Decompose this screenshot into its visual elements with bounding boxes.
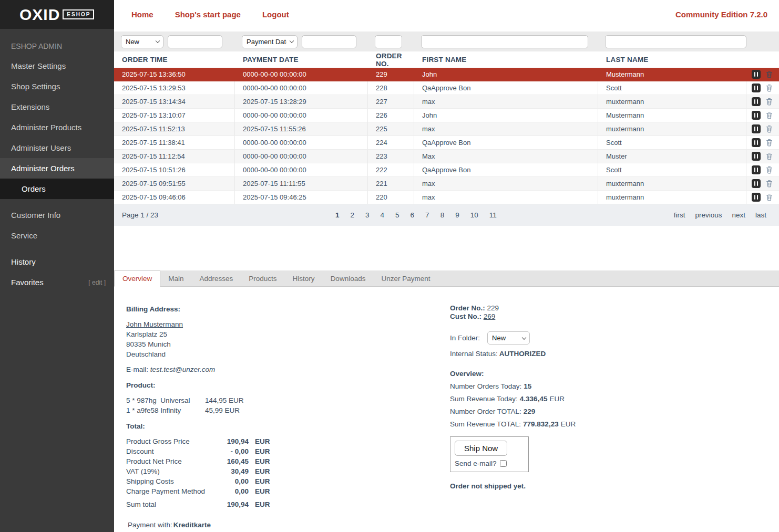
sidebar-item[interactable]: Shop Settings	[0, 76, 114, 97]
last-name-filter-input[interactable]	[605, 35, 746, 48]
pause-icon[interactable]	[752, 124, 761, 133]
tab[interactable]: History	[285, 270, 323, 286]
cell-first-name: max	[414, 95, 598, 108]
first-name-filter-input[interactable]	[421, 35, 588, 48]
overview-stat: Number Order TOTAL:229	[450, 406, 576, 416]
sidebar-item-label: Administer Orders	[11, 164, 75, 173]
cust-no-link[interactable]: 269	[484, 312, 496, 320]
topnav-link[interactable]: Logout	[262, 10, 289, 19]
column-header-last-name[interactable]: LAST NAME	[598, 56, 746, 64]
page-number-link[interactable]: 11	[489, 211, 497, 219]
pause-icon[interactable]	[752, 84, 761, 92]
pause-icon[interactable]	[752, 70, 761, 79]
trash-icon[interactable]	[765, 84, 773, 92]
column-header-first-name[interactable]: FIRST NAME	[414, 56, 598, 64]
stat-value: 779.832,23	[523, 420, 559, 428]
order-no-line: Order No.: 229	[450, 304, 576, 312]
send-email-row: Send e-mail?	[455, 458, 524, 468]
payment-date-filter-input[interactable]	[302, 35, 356, 48]
pause-icon[interactable]	[752, 179, 761, 188]
page-number-link[interactable]: 3	[365, 211, 370, 219]
tab[interactable]: Unzer Payment	[373, 270, 438, 286]
table-row[interactable]: 2025-07-15 09:46:06 2025-07-15 09:46:25 …	[114, 191, 779, 204]
page-number-link[interactable]: 8	[440, 211, 445, 219]
table-row[interactable]: 2025-07-15 13:36:50 0000-00-00 00:00:00 …	[114, 68, 779, 81]
table-row[interactable]: 2025-07-15 13:29:53 0000-00-00 00:00:00 …	[114, 81, 779, 95]
page-number-link[interactable]: 7	[425, 211, 429, 219]
trash-icon[interactable]	[765, 138, 773, 147]
row-actions	[746, 136, 779, 149]
table-row[interactable]: 2025-07-15 09:51:55 2025-07-15 11:11:55 …	[114, 177, 779, 191]
in-folder-select[interactable]: New	[487, 331, 530, 345]
billing-name-link[interactable]: John Mustermann	[126, 320, 183, 328]
tab[interactable]: Downloads	[323, 270, 374, 286]
cell-order-time: 2025-07-15 13:29:53	[114, 81, 235, 95]
tab[interactable]: Overview	[114, 270, 160, 287]
order-no-filter-input[interactable]	[375, 35, 402, 48]
table-row[interactable]: 2025-07-15 13:10:07 0000-00-00 00:00:00 …	[114, 109, 779, 122]
search-field-select[interactable]: Payment Date	[242, 35, 298, 48]
tab[interactable]: Main	[160, 270, 191, 286]
send-email-checkbox[interactable]	[500, 460, 507, 467]
table-row[interactable]: 2025-07-15 10:51:26 0000-00-00 00:00:00 …	[114, 163, 779, 177]
ship-now-button[interactable]: Ship Now	[455, 441, 507, 456]
send-email-label: Send e-mail?	[455, 458, 497, 468]
table-row[interactable]: 2025-07-15 11:52:13 2025-07-15 11:55:26 …	[114, 122, 779, 136]
trash-icon[interactable]	[765, 165, 773, 174]
page-number-link[interactable]: 5	[395, 211, 399, 219]
sidebar-item[interactable]: Master Settings	[0, 56, 114, 76]
sidebar-item[interactable]: History	[0, 252, 114, 272]
trash-icon[interactable]	[765, 152, 773, 161]
pause-icon[interactable]	[752, 138, 761, 147]
topnav-link[interactable]: Shop's start page	[175, 10, 241, 19]
sidebar-item[interactable]: Administer Orders	[0, 158, 114, 179]
sidebar-item[interactable]: Service	[0, 225, 114, 246]
pause-icon[interactable]	[752, 165, 761, 174]
folder-select[interactable]: New	[121, 35, 163, 48]
topnav-link[interactable]: Home	[131, 10, 153, 19]
tab[interactable]: Products	[241, 270, 284, 286]
order-time-filter-input[interactable]	[168, 35, 222, 48]
sidebar-item[interactable]: Extensions	[0, 97, 114, 117]
column-header-order-time[interactable]: ORDER TIME	[114, 56, 235, 64]
trash-icon[interactable]	[765, 124, 773, 133]
page-number-link[interactable]: 9	[455, 211, 459, 219]
table-row[interactable]: 2025-07-15 13:14:34 2025-07-15 13:28:29 …	[114, 95, 779, 109]
column-header-order-no[interactable]: ORDER NO.	[368, 52, 414, 68]
trash-icon[interactable]	[765, 70, 773, 79]
page-number-link[interactable]: 1	[335, 211, 340, 219]
sidebar-item[interactable]: Administer Users	[0, 138, 114, 158]
table-row[interactable]: 2025-07-15 11:38:41 0000-00-00 00:00:00 …	[114, 136, 779, 150]
trash-icon[interactable]	[765, 179, 773, 188]
pager-nav-link[interactable]: first	[674, 211, 685, 219]
pager-nav-link[interactable]: last	[755, 211, 766, 219]
column-header-payment-date[interactable]: PAYMENT DATE	[235, 56, 368, 64]
page-number-link[interactable]: 6	[411, 211, 415, 219]
trash-icon[interactable]	[765, 193, 773, 202]
tab[interactable]: Addresses	[192, 270, 241, 286]
sidebar: OXID ESHOP ESHOP ADMIN Master Settings S…	[0, 0, 114, 532]
trash-icon[interactable]	[765, 111, 773, 120]
pager-nav-link[interactable]: next	[732, 211, 745, 219]
pause-icon[interactable]	[752, 111, 761, 120]
sidebar-item[interactable]: Favorites [ edit ]	[0, 272, 114, 293]
pause-icon[interactable]	[752, 193, 761, 202]
pause-icon[interactable]	[752, 97, 761, 106]
page-number-link[interactable]: 4	[381, 211, 385, 219]
page-number-link[interactable]: 10	[470, 211, 478, 219]
row-actions	[746, 150, 779, 163]
sidebar-item[interactable]: Orders	[0, 179, 114, 199]
pager-nav-link[interactable]: previous	[695, 211, 722, 219]
cell-first-name: John	[414, 68, 598, 81]
sidebar-item-edit-link[interactable]: [ edit ]	[88, 279, 106, 286]
page-number-link[interactable]: 2	[351, 211, 355, 219]
pause-icon[interactable]	[752, 152, 761, 161]
email-line: E-mail: test.test@unzer.com	[126, 364, 336, 374]
sidebar-item[interactable]: Administer Products	[0, 117, 114, 138]
sidebar-item[interactable]: Customer Info	[0, 205, 114, 225]
row-actions	[746, 109, 779, 122]
page-numbers: 1 2 3 4 5 6 7 8 9 10 11	[158, 211, 674, 219]
table-row[interactable]: 2025-07-15 11:12:54 0000-00-00 00:00:00 …	[114, 150, 779, 163]
trash-icon[interactable]	[765, 97, 773, 106]
product-heading: Product:	[126, 380, 336, 390]
